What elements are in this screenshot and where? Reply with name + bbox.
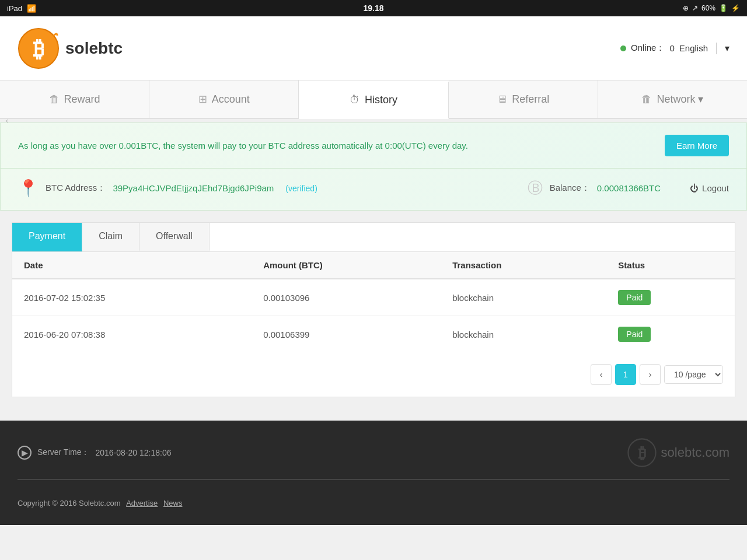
online-count: 0 (669, 43, 674, 53)
tab-account-label: Account (212, 93, 250, 106)
tab-referral[interactable]: 🖥 Referral (449, 80, 598, 118)
logo-text: solebtc (65, 39, 123, 58)
cell-date: 2016-06-20 07:08:38 (12, 316, 252, 353)
info-banner-text: As long as you have over 0.001BTC, the s… (18, 141, 468, 150)
table-container: Date Amount (BTC) Transaction Status 201… (12, 252, 735, 352)
col-header-status: Status (606, 252, 735, 279)
header: ₿ solebtc Online： 0 English ▾ (0, 16, 747, 80)
tab-network-label: Network ▾ (657, 93, 703, 106)
device-label: iPad (7, 4, 22, 13)
server-time-section: ▶ Server Time： 2016-08-20 12:18:06 (18, 446, 171, 460)
btc-address-value: 39Pya4HCJVPdEtjjzqJEhd7Bjgd6JPi9am (113, 183, 274, 193)
copyright-text: Copyright © 2016 Solebtc.com (18, 499, 121, 508)
referral-icon: 🖥 (497, 93, 507, 106)
table-header-row: Date Amount (BTC) Transaction Status (12, 252, 735, 279)
table-row: 2016-07-02 15:02:35 0.00103096 blockchai… (12, 279, 735, 316)
arrow-icon: ↗ (692, 4, 698, 12)
news-link[interactable]: News (163, 499, 183, 508)
play-icon: ▶ (18, 446, 32, 460)
svg-text:₿: ₿ (638, 444, 645, 462)
charging-icon: ⚡ (731, 4, 740, 12)
verified-badge: (verified) (285, 184, 317, 193)
subtab-offerwall-label: Offerwall (156, 231, 193, 241)
paid-badge: Paid (618, 327, 651, 342)
balance-label: Balance： (550, 183, 590, 194)
sub-tabs: Payment Claim Offerwall (12, 223, 735, 252)
tab-history-label: History (365, 94, 397, 106)
footer: ▶ Server Time： 2016-08-20 12:18:06 ₿ sol… (0, 421, 747, 525)
footer-logo-icon: ₿ (627, 438, 657, 467)
col-header-transaction: Transaction (441, 252, 606, 279)
logo: ₿ solebtc (18, 27, 123, 69)
logout-clock-icon: ⏻ (690, 183, 699, 193)
logout-button[interactable]: ⏻ Logout (690, 183, 729, 193)
account-icon: ⊞ (198, 93, 207, 106)
location-icon: ⊕ (683, 4, 689, 12)
reward-icon: 🗑 (49, 93, 60, 106)
tab-reward[interactable]: 🗑 Reward (0, 80, 149, 118)
svg-text:₿: ₿ (33, 37, 44, 61)
cell-transaction: blockchain (441, 316, 606, 353)
page-prev-button[interactable]: ‹ (591, 364, 612, 385)
online-indicator (620, 46, 626, 51)
footer-bottom: Copyright © 2016 Solebtc.com Advertise N… (18, 489, 729, 508)
cell-date: 2016-07-02 15:02:35 (12, 279, 252, 316)
pagination: ‹ 1 › 10 /page 20 /page 50 /page (12, 352, 735, 397)
header-right: Online： 0 English ▾ (620, 43, 729, 54)
cell-status: Paid (606, 279, 735, 316)
logo-icon: ₿ (18, 27, 60, 69)
info-banner: As long as you have over 0.001BTC, the s… (0, 123, 747, 169)
wifi-icon: 📶 (27, 4, 36, 13)
cell-amount: 0.00106399 (252, 316, 441, 353)
balance-section: Ⓑ Balance： 0.00081366BTC (528, 178, 661, 198)
page-1-button[interactable]: 1 (615, 364, 636, 385)
logout-label: Logout (702, 183, 729, 193)
tab-referral-label: Referral (512, 93, 549, 106)
tab-history[interactable]: ⏱ History (299, 82, 448, 119)
network-icon: 🗑 (641, 93, 652, 106)
cell-amount: 0.00103096 (252, 279, 441, 316)
subtab-payment[interactable]: Payment (12, 223, 82, 251)
footer-logo: ₿ solebtc.com (627, 438, 729, 467)
advertise-link[interactable]: Advertise (126, 499, 158, 508)
btc-address-label: BTC Address： (46, 183, 106, 194)
per-page-select[interactable]: 10 /page 20 /page 50 /page (664, 365, 723, 384)
earn-more-button[interactable]: Earn More (665, 135, 729, 156)
time-display: 19.18 (363, 4, 383, 13)
payments-table: Date Amount (BTC) Transaction Status 201… (12, 252, 735, 352)
cell-status: Paid (606, 316, 735, 353)
subtab-payment-label: Payment (29, 231, 65, 241)
language-selector[interactable]: English (679, 43, 708, 53)
header-divider (716, 43, 717, 54)
btc-pin-icon: 📍 (18, 178, 39, 198)
status-bar: iPad 📶 19.18 ⊕ ↗ 60% 🔋 ⚡ (0, 0, 747, 16)
footer-logo-text: solebtc.com (661, 445, 729, 460)
col-header-date: Date (12, 252, 252, 279)
subtab-offerwall[interactable]: Offerwall (139, 223, 210, 251)
battery-icon: 🔋 (719, 4, 728, 12)
tab-account[interactable]: ⊞ Account (149, 80, 299, 118)
cell-transaction: blockchain (441, 279, 606, 316)
tab-network[interactable]: 🗑 Network ▾ (598, 80, 747, 118)
scroll-left-arrow[interactable]: ‹ (6, 117, 8, 125)
subtab-claim[interactable]: Claim (82, 223, 139, 251)
server-time-label: Server Time： (37, 447, 89, 458)
paid-badge: Paid (618, 290, 651, 305)
table-row: 2016-06-20 07:08:38 0.00106399 blockchai… (12, 316, 735, 353)
language-dropdown-icon[interactable]: ▾ (725, 43, 729, 54)
server-time-value: 2016-08-20 12:18:06 (95, 448, 171, 457)
btc-address-section: 📍 BTC Address： 39Pya4HCJVPdEtjjzqJEhd7Bj… (18, 178, 510, 198)
online-label: Online： (631, 43, 665, 54)
history-icon: ⏱ (350, 94, 360, 106)
footer-top: ▶ Server Time： 2016-08-20 12:18:06 ₿ sol… (18, 438, 729, 480)
nav-tabs: 🗑 Reward ⊞ Account ⏱ History 🖥 Referral … (0, 80, 747, 119)
btc-info-row: 📍 BTC Address： 39Pya4HCJVPdEtjjzqJEhd7Bj… (0, 169, 747, 211)
page-next-button[interactable]: › (640, 364, 661, 385)
balance-coin-icon: Ⓑ (528, 178, 543, 198)
balance-value: 0.00081366BTC (597, 183, 661, 193)
subtab-claim-label: Claim (99, 231, 123, 241)
tab-reward-label: Reward (64, 93, 100, 106)
main-content: Payment Claim Offerwall Date Amount (BTC… (12, 222, 735, 397)
col-header-amount: Amount (BTC) (252, 252, 441, 279)
battery-level: 60% (701, 4, 715, 12)
